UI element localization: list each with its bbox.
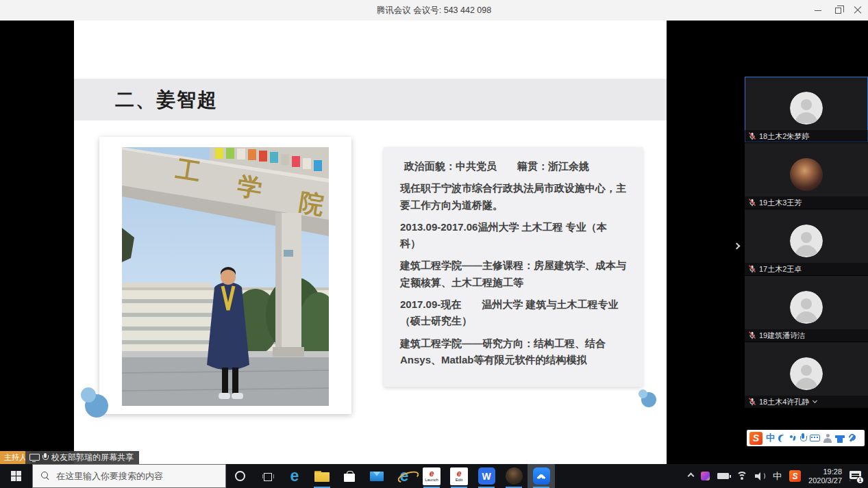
participant-name: 18土木2朱梦婷	[759, 131, 809, 142]
clock[interactable]: 19:28 2020/3/27	[808, 467, 842, 485]
participant-name-bar: 17土木2王卓	[745, 263, 868, 275]
date: 2020/3/27	[808, 476, 842, 485]
skin-icon[interactable]	[835, 435, 845, 443]
battery-button[interactable]	[717, 473, 729, 479]
participant-tile[interactable]: 17土木2王卓	[745, 209, 868, 275]
chevron-up-icon	[688, 473, 695, 480]
task-view-button[interactable]	[253, 464, 281, 488]
battery-icon	[717, 473, 729, 479]
sogou-ime-toolbar[interactable]: S 中	[747, 430, 865, 446]
action-center-button[interactable]: 1	[850, 471, 861, 481]
restore-icon	[835, 8, 841, 14]
tray-expand-button[interactable]	[689, 474, 693, 478]
restore-button[interactable]	[828, 0, 848, 21]
tencent-meeting-icon	[533, 467, 550, 485]
settings-wrench-icon[interactable]	[848, 434, 857, 443]
participant-tile[interactable]: 19土木3王芳	[745, 143, 868, 209]
participant-video-panel: 18土木2朱梦婷 19土木3王芳 17土木2王卓	[745, 77, 868, 409]
start-button[interactable]	[0, 464, 32, 488]
participant-tile[interactable]: 18土木4许孔静	[745, 342, 868, 408]
folder-icon	[314, 471, 330, 482]
network-button[interactable]	[736, 472, 747, 480]
chinese-mode-toggle[interactable]: 中	[766, 432, 775, 444]
tray-app-icon	[701, 472, 710, 480]
volume-button[interactable]	[755, 472, 765, 480]
screen-share-text: 校友部郭瑞的屏幕共享	[51, 452, 134, 463]
minimize-icon	[815, 10, 821, 11]
internet-explorer-button[interactable]: e	[390, 464, 418, 488]
shared-screen: 二、姜智超	[74, 21, 667, 464]
windows-taskbar: e e eLaunch eEdit W 中 S 19:28 2020/3/27	[0, 464, 868, 488]
mail-button[interactable]	[363, 464, 390, 488]
photo-card: 工 学 院	[99, 137, 351, 414]
language-indicator[interactable]: 中	[773, 470, 782, 483]
edge-button[interactable]: e	[281, 464, 308, 488]
launch-caption: Launch	[425, 478, 438, 483]
gate-char-xue: 学	[236, 171, 264, 203]
red-e-glyph: e	[430, 470, 434, 478]
muted-mic-icon	[748, 265, 756, 273]
edit-app-button[interactable]: eEdit	[445, 464, 473, 488]
chevron-down-icon[interactable]	[813, 398, 817, 403]
windows-logo-icon	[11, 471, 22, 482]
bio-paragraph: 政治面貌：中共党员 籍贯：浙江余姚	[400, 158, 626, 175]
bio-paragraph: 建筑工程学院——主修课程：房屋建筑学、成本与定额核算、土木工程施工等	[400, 257, 626, 291]
edit-app-icon: eEdit	[450, 467, 468, 485]
taskbar-search[interactable]	[32, 464, 226, 488]
punctuation-icon[interactable]	[789, 434, 796, 442]
close-icon	[854, 6, 862, 14]
app-icon	[506, 467, 523, 485]
collapse-video-panel-button[interactable]	[734, 239, 745, 250]
ie-letter: e	[400, 467, 409, 485]
muted-mic-icon	[748, 331, 756, 339]
sogou-logo-icon[interactable]: S	[749, 432, 762, 445]
avatar	[790, 357, 823, 390]
soft-keyboard-icon[interactable]	[810, 435, 820, 441]
avatar	[790, 224, 823, 257]
title-bar: 腾讯会议 会议号: 543 442 098	[0, 0, 868, 21]
bio-paragraph: 现任职于宁波市综合行政执法局市政设施中心，主要工作方向为道桥隧。	[400, 180, 626, 214]
chevron-right-icon	[734, 243, 741, 250]
participant-tile[interactable]: 19建筑潘诗洁	[745, 276, 868, 342]
screen-share-icon	[29, 454, 38, 461]
minimize-button[interactable]	[808, 0, 828, 21]
microsoft-store-button[interactable]	[336, 464, 363, 488]
bio-paragraph: 2013.09-2017.06温州大学 土木工程 专业（本科）	[400, 219, 626, 253]
app-button[interactable]	[500, 464, 528, 488]
notification-badge: 1	[856, 476, 864, 484]
voice-input-icon[interactable]	[799, 433, 806, 443]
participant-name-bar: 18土木2朱梦婷	[745, 130, 868, 142]
file-explorer-button[interactable]	[308, 464, 336, 488]
participant-name: 19建筑潘诗洁	[759, 331, 805, 341]
muted-mic-icon	[748, 398, 756, 406]
tencent-meeting-button[interactable]	[528, 464, 555, 488]
participant-name: 18土木4许孔静	[759, 397, 809, 407]
mic-icon	[42, 453, 48, 462]
close-button[interactable]	[847, 0, 868, 21]
slide-title: 二、姜智超	[115, 87, 218, 113]
launch-app-button[interactable]: eLaunch	[418, 464, 445, 488]
wps-icon: W	[478, 467, 495, 485]
participant-tile[interactable]: 18土木2朱梦婷	[745, 77, 868, 142]
store-icon	[344, 471, 355, 482]
red-e-glyph: e	[457, 470, 462, 478]
fullhalf-moon-icon[interactable]	[778, 435, 786, 442]
participant-name: 17土木2王卓	[759, 264, 802, 274]
participant-name: 19土木3王芳	[759, 198, 802, 208]
tray-app-button[interactable]	[701, 472, 710, 480]
graduation-photo: 工 学 院	[122, 147, 329, 406]
avatar	[790, 158, 823, 191]
edit-caption: Edit	[456, 478, 462, 483]
volume-icon	[755, 472, 765, 480]
search-input[interactable]	[56, 471, 214, 481]
muted-mic-icon	[748, 198, 756, 207]
account-icon[interactable]	[823, 434, 832, 443]
cortana-button[interactable]	[226, 464, 253, 488]
sogou-tray-icon: S	[789, 470, 801, 482]
time: 19:28	[808, 467, 842, 476]
wps-button[interactable]: W	[473, 464, 500, 488]
bio-paragraph: 建筑工程学院——研究方向：结构工程、结合Ansys、Matlab等有限元软件的结…	[400, 335, 626, 369]
gate-char-gong: 工	[173, 155, 203, 186]
edge-icon: e	[290, 468, 299, 484]
sogou-tray-button[interactable]: S	[789, 470, 801, 482]
